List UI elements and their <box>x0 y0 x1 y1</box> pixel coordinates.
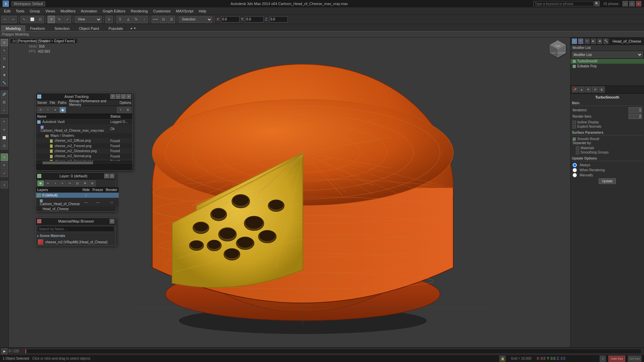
selection-sets-dropdown[interactable]: Selection <box>179 16 212 23</box>
tool-scale[interactable]: ⤢ <box>1 170 8 177</box>
at-menu-options[interactable]: Options <box>120 101 131 105</box>
at-btn-settings[interactable]: ⚙ <box>124 107 131 113</box>
at-scrollbar-thumb[interactable] <box>43 162 93 164</box>
at-menu-server[interactable]: Server <box>37 101 47 105</box>
x-input[interactable] <box>221 16 239 22</box>
workspace-dropdown[interactable]: Workspace: Default <box>11 1 45 6</box>
ts-iterations-input[interactable] <box>629 107 642 113</box>
ts-manually-radio[interactable] <box>573 173 577 177</box>
select-region-button[interactable]: ⬜ <box>29 16 36 23</box>
tool-unlink[interactable]: ⛓ <box>1 99 8 106</box>
ts-manually-row[interactable]: Manually <box>572 173 643 178</box>
z-input[interactable] <box>269 16 288 22</box>
window-crossing-button[interactable]: ⊡ <box>37 16 44 23</box>
layer-panel-titlebar[interactable]: Layer: 0 (default) ? × <box>36 173 116 179</box>
at-btn-remove[interactable]: ✕ <box>52 107 59 113</box>
undo-button[interactable]: ⤺ <box>1 16 9 23</box>
menu-item-maxscript[interactable]: MAXScript <box>173 8 196 14</box>
command-panel-utilities[interactable]: 🔧 <box>1 79 8 86</box>
ts-update-button[interactable]: Update <box>599 178 615 184</box>
at-menu-paths[interactable]: Paths <box>58 101 67 105</box>
at-row-glossiness[interactable]: cheese_m2_Glossiness.png Found <box>36 148 132 154</box>
menu-item-help[interactable]: Help <box>196 8 209 14</box>
layer-panel-help[interactable]: ? <box>104 174 109 178</box>
ts-smoothing-groups-row[interactable]: Smoothing Groups <box>572 150 643 155</box>
menu-item-customize[interactable]: Customize <box>151 8 173 14</box>
lock-selection-btn[interactable]: 🔒 <box>499 356 505 362</box>
search-icon[interactable]: 🔍 <box>594 1 600 6</box>
tool-select-name[interactable]: H <box>1 126 8 133</box>
mirror-button[interactable]: ⟺ <box>152 16 159 23</box>
menu-item-edit[interactable]: Edit <box>1 8 13 14</box>
mod-nav-pin[interactable]: 📌 <box>572 86 578 93</box>
tab-freeform[interactable]: Freeform <box>26 25 50 31</box>
at-menu-bitmap-perf[interactable]: Bitmap Performance and Memory <box>69 99 117 107</box>
ts-smoothing-checkbox[interactable] <box>576 151 579 154</box>
material-browser-titlebar[interactable]: Material/Map Browser × <box>36 218 116 225</box>
material-item-cheese[interactable]: cheese_m2 (VRayMtl) [Head_of_Cheese] <box>36 238 116 246</box>
mod-nav-config[interactable]: ⚙ <box>592 86 598 93</box>
ts-render-iters-input[interactable] <box>629 114 642 119</box>
command-panel-hierarchy[interactable]: ⊡ <box>1 55 8 62</box>
lp-btn-settings[interactable]: ⚙ <box>89 180 96 186</box>
at-btn-active[interactable]: ◉ <box>59 107 66 113</box>
at-row-vault[interactable]: Autodesk Vault Logged O... <box>36 119 132 125</box>
at-menu-file[interactable]: File <box>50 101 55 105</box>
layer-manager-button[interactable]: ☰ <box>168 16 175 23</box>
close-button[interactable]: × <box>636 1 641 6</box>
ts-smooth-result-row[interactable]: Smooth Result <box>572 137 643 141</box>
lp-btn-view[interactable]: 👁 <box>82 180 88 186</box>
angle-snap-button[interactable]: ∡ <box>124 16 132 23</box>
ts-always-row[interactable]: Always <box>572 163 643 168</box>
reference-coord-dropdown[interactable]: View World Local <box>75 16 102 23</box>
rp-icon-motion[interactable]: ▶ <box>591 39 596 44</box>
modifier-dropdown[interactable]: Modifier List <box>572 52 643 58</box>
tool-rotate[interactable]: ↻ <box>1 162 8 169</box>
ts-explicit-normals-row[interactable]: Explicit Normals <box>572 124 643 129</box>
y-input[interactable] <box>245 16 264 22</box>
menu-item-animation[interactable]: Animation <box>78 8 100 14</box>
extra-options[interactable]: ▸ ▾ <box>128 25 139 31</box>
at-scrollbar[interactable] <box>36 161 132 164</box>
tool-move[interactable]: ✛ <box>1 154 8 161</box>
at-row-folder[interactable]: Maps / Shaders <box>36 133 132 138</box>
select-object-button[interactable]: ↖ <box>20 16 28 23</box>
at-btn-refresh[interactable]: ↺ <box>37 107 44 113</box>
snaps-toggle[interactable]: S <box>600 356 606 362</box>
use-pivot-button[interactable]: ⊙ <box>105 16 113 23</box>
redo-button[interactable]: ⤻ <box>9 16 17 23</box>
ts-always-radio[interactable] <box>573 163 577 167</box>
ts-when-rendering-row[interactable]: When Rendering <box>572 168 643 173</box>
ts-materials-checkbox[interactable] <box>576 146 579 150</box>
modifier-item-editable-poly[interactable]: Editable Poly <box>571 64 644 69</box>
tab-object-paint[interactable]: Object Paint <box>75 25 104 31</box>
at-path-input[interactable] <box>36 164 132 170</box>
menu-item-rendering[interactable]: Rendering <box>128 8 151 14</box>
at-row-max[interactable]: Cartoon_Head_of_Cheese_max_vray.max Ok <box>36 124 132 133</box>
lp-row-default[interactable]: 0 (default) ✓ <box>36 193 119 198</box>
rp-icon-display[interactable]: ◉ <box>597 39 602 44</box>
lp-btn-new[interactable]: ⊕ <box>37 180 44 186</box>
timeline-track[interactable] <box>25 349 641 354</box>
command-panel-display[interactable]: ◉ <box>1 71 8 78</box>
asset-tracking-close[interactable]: × <box>126 94 131 99</box>
set-key-btn[interactable]: Set Key <box>628 356 641 362</box>
asset-tracking-help[interactable]: ? <box>110 94 115 99</box>
modifier-checkbox-turbsmooth[interactable] <box>573 60 576 63</box>
ts-when-rendering-radio[interactable] <box>573 168 577 172</box>
animate-btn[interactable]: Auto Key <box>608 356 625 362</box>
at-btn-help[interactable]: ? <box>117 107 124 113</box>
tool-select-region[interactable]: ⬜ <box>1 134 8 141</box>
timeline-play-btn[interactable]: ▶ <box>1 348 7 354</box>
tool-select[interactable]: ↖ <box>1 118 8 125</box>
material-search-input[interactable] <box>37 226 114 232</box>
select-move-button[interactable]: ✛ <box>48 16 55 23</box>
mod-nav-show[interactable]: 👁 <box>585 86 591 93</box>
align-button[interactable]: ⊟ <box>160 16 167 23</box>
minimize-button[interactable]: ─ <box>623 1 628 6</box>
percent-snap-button[interactable]: % <box>132 16 140 23</box>
spinner-snap-button[interactable]: ↕ <box>141 16 148 23</box>
tool-window-crossing[interactable]: ⊡ <box>1 142 8 149</box>
ts-isoline-row[interactable]: Isoline Display <box>572 120 643 124</box>
tool-bind-space-warp[interactable]: ≈ <box>1 107 8 114</box>
